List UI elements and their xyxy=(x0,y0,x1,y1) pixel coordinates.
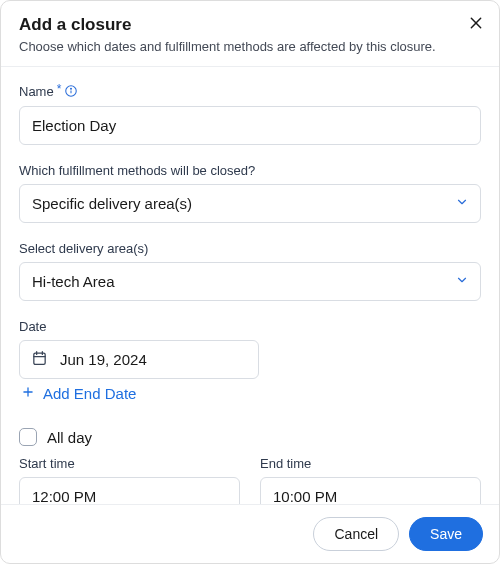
end-time-field: End time xyxy=(260,456,481,504)
required-asterisk: * xyxy=(57,82,62,96)
area-label: Select delivery area(s) xyxy=(19,241,481,256)
area-field: Select delivery area(s) Hi-tech Area xyxy=(19,241,481,301)
save-button[interactable]: Save xyxy=(409,517,483,551)
fulfillment-field: Which fulfillment methods will be closed… xyxy=(19,163,481,223)
fulfillment-label: Which fulfillment methods will be closed… xyxy=(19,163,481,178)
date-input[interactable] xyxy=(19,340,259,379)
name-input[interactable] xyxy=(19,106,481,145)
name-field: Name * xyxy=(19,83,481,145)
cancel-button[interactable]: Cancel xyxy=(313,517,399,551)
start-time-label: Start time xyxy=(19,456,240,471)
calendar-icon xyxy=(31,349,48,370)
plus-icon xyxy=(21,385,35,402)
start-time-field: Start time xyxy=(19,456,240,504)
end-time-label: End time xyxy=(260,456,481,471)
all-day-row: All day xyxy=(19,428,481,446)
fulfillment-select[interactable]: Specific delivery area(s) xyxy=(19,184,481,223)
close-button[interactable] xyxy=(463,11,489,37)
date-label: Date xyxy=(19,319,481,334)
modal-title: Add a closure xyxy=(19,15,481,35)
all-day-checkbox[interactable] xyxy=(19,428,37,446)
modal-body: Name * Which fulfillment methods will be… xyxy=(1,67,499,504)
name-label: Name * xyxy=(19,83,481,100)
add-closure-modal: Add a closure Choose which dates and ful… xyxy=(0,0,500,564)
all-day-label: All day xyxy=(47,429,92,446)
svg-rect-5 xyxy=(34,353,45,364)
end-time-input[interactable] xyxy=(260,477,481,504)
area-select[interactable]: Hi-tech Area xyxy=(19,262,481,301)
close-icon xyxy=(468,15,484,34)
modal-header: Add a closure Choose which dates and ful… xyxy=(1,1,499,67)
add-end-date-label: Add End Date xyxy=(43,385,136,402)
modal-footer: Cancel Save xyxy=(1,504,499,563)
info-icon[interactable] xyxy=(64,83,78,100)
svg-point-4 xyxy=(71,88,72,89)
modal-subtitle: Choose which dates and fulfillment metho… xyxy=(19,39,481,54)
add-end-date-button[interactable]: Add End Date xyxy=(19,379,138,404)
time-row: Start time End time xyxy=(19,456,481,504)
start-time-input[interactable] xyxy=(19,477,240,504)
date-field: Date Add End Date xyxy=(19,319,481,404)
name-label-text: Name xyxy=(19,84,54,99)
